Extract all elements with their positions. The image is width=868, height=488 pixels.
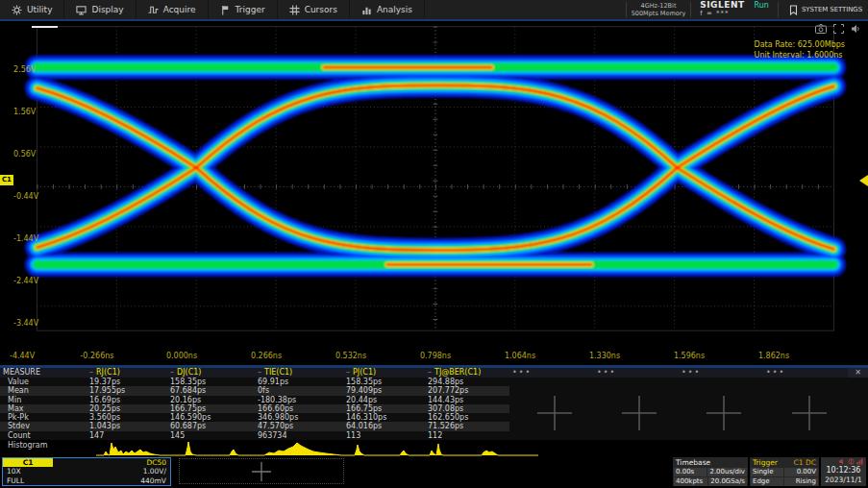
- close-measure-icon[interactable]: ✕: [848, 368, 868, 378]
- menu-cursors[interactable]: Cursors: [278, 0, 350, 19]
- trigger-mode: Single: [751, 468, 783, 476]
- menu-utility[interactable]: Utility: [0, 0, 64, 19]
- menu-acquire[interactable]: Acquire: [136, 0, 209, 19]
- x-axis-label: -0.266ns: [70, 352, 124, 360]
- measure-empty-slot[interactable]: •••: [679, 368, 763, 378]
- status-bar: C1 DC50 10X 1.00V/ FULL 440mV Timebase 0…: [0, 456, 868, 488]
- histogram-trace: [0, 440, 868, 456]
- frequency-readout: f = ***: [700, 10, 769, 18]
- trigger-level: 0.00V: [784, 468, 818, 476]
- flag-icon: [220, 5, 231, 15]
- cursors-icon: [289, 5, 300, 15]
- measure-empty-slot[interactable]: •••: [763, 368, 848, 378]
- y-axis-label: 2.56V: [13, 65, 52, 74]
- oscilloscope-screen: Utility Display Acquire Trigger Cursors …: [0, 0, 868, 488]
- system-settings-label: SYSTEM SETTINGS: [802, 6, 862, 13]
- measure-panel: MEASURE –RJ(C1) –DJ(C1) –TIE(C1) –PJ(C1)…: [0, 368, 868, 440]
- x-axis-label: 0.532ns: [324, 352, 378, 360]
- measure-row-value: Value 19.37ps158.35ps 69.91ps158.35ps 29…: [0, 378, 868, 386]
- channel1-ground-marker[interactable]: C1: [0, 175, 13, 185]
- x-axis-label: 0.266ns: [239, 352, 293, 360]
- usb-icon: [848, 458, 855, 465]
- menu-analysis[interactable]: Analysis: [350, 0, 425, 19]
- data-rate-readout: Data Rate: 625.00Mbps: [755, 39, 845, 50]
- measure-title: MEASURE: [0, 368, 87, 378]
- x-axis-label: 1.862ns: [747, 352, 801, 360]
- network-icon: [856, 458, 863, 465]
- menu-cursors-label: Cursors: [305, 5, 337, 14]
- brand-logo: SIGLENT: [700, 1, 744, 10]
- plot-toolbar: [815, 24, 860, 34]
- bookmark-icon: [789, 5, 798, 15]
- channel1-box[interactable]: C1 DC50 10X 1.00V/ FULL 440mV: [2, 457, 171, 486]
- x-axis-label: 1.330ns: [578, 352, 632, 360]
- trigger-level-arrow[interactable]: [859, 175, 868, 186]
- timebase-delay: 0.00s: [674, 468, 707, 476]
- trigger-position-marker[interactable]: [32, 26, 58, 28]
- y-axis-bottom-label: -4.44V: [10, 352, 35, 360]
- divider: [778, 2, 779, 17]
- timebase-sample-rate: 20.0GSa/s: [708, 477, 747, 486]
- y-axis-label: -3.44V: [13, 319, 52, 328]
- y-axis-label: -1.44V: [13, 234, 52, 243]
- add-measurement-icon[interactable]: [707, 396, 741, 430]
- measure-empty-slot[interactable]: •••: [594, 368, 679, 378]
- eye-info-readout: Data Rate: 625.00Mbps Unit Interval: 1.6…: [755, 39, 845, 61]
- measure-column-dj[interactable]: –DJ(C1): [167, 368, 255, 378]
- measure-column-pj[interactable]: –PJ(C1): [343, 368, 425, 378]
- trigger-type: Edge: [751, 477, 783, 486]
- status-icons: [821, 457, 866, 466]
- add-measurement-icon[interactable]: [622, 396, 657, 430]
- divider: [690, 2, 691, 17]
- x-axis-label: 1.064ns: [493, 352, 547, 360]
- menubar: Utility Display Acquire Trigger Cursors …: [0, 0, 868, 21]
- menu-analysis-label: Analysis: [377, 5, 412, 14]
- menubar-right: 4GHz-12Bit 500Mpts Memory SIGLENT Run f …: [621, 0, 868, 19]
- add-channel-slot[interactable]: [179, 458, 344, 484]
- clock-date: 2023/11/1: [821, 476, 866, 485]
- fullscreen-icon[interactable]: [833, 24, 844, 34]
- trigger-slope: Rising: [784, 477, 818, 486]
- measure-column-tie[interactable]: –TIE(C1): [255, 368, 343, 378]
- trigger-box[interactable]: Trigger C1 DC Single 0.00V Edge Rising: [750, 457, 819, 486]
- measure-column-rj[interactable]: –RJ(C1): [87, 368, 167, 378]
- menu-utility-label: Utility: [27, 5, 52, 14]
- y-axis-label: 1.56V: [13, 108, 52, 116]
- x-axis-label: 0.000ns: [155, 352, 209, 360]
- eye-diagram-plot[interactable]: 2.56V 1.56V 0.56V -0.44V -1.44V -2.44V -…: [0, 21, 868, 365]
- channel1-bandwidth: FULL: [7, 476, 24, 485]
- channel1-scale: 1.00V/: [143, 467, 166, 476]
- measure-empty-slot[interactable]: •••: [509, 368, 594, 378]
- run-status[interactable]: Run: [755, 1, 769, 10]
- menu-display[interactable]: Display: [64, 0, 136, 19]
- timebase-scale: 2.00us/div: [707, 468, 747, 476]
- camera-icon[interactable]: [815, 24, 827, 34]
- brand-block: SIGLENT Run f = ***: [696, 1, 773, 18]
- menu-display-label: Display: [91, 5, 123, 14]
- y-axis-label: -2.44V: [13, 277, 52, 285]
- add-measurement-icon[interactable]: [537, 396, 572, 430]
- measure-row-count: Count 147145 963734113 112: [0, 431, 868, 440]
- x-axis-label: 1.596ns: [662, 352, 716, 360]
- y-axis-label: -0.44V: [13, 192, 52, 201]
- trigger-source: C1 DC: [794, 458, 816, 467]
- measure-header-row: MEASURE –RJ(C1) –DJ(C1) –TIE(C1) –PJ(C1)…: [0, 368, 868, 378]
- acquire-icon: [148, 5, 159, 15]
- menu-trigger-label: Trigger: [236, 5, 265, 14]
- device-info: 4GHz-12Bit 500Mpts Memory: [632, 2, 686, 17]
- channel1-offset: 440mV: [140, 476, 166, 485]
- system-settings-button[interactable]: SYSTEM SETTINGS: [783, 5, 868, 15]
- channel1-coupling: DC50: [146, 458, 166, 467]
- timebase-box[interactable]: Timebase 0.00s 2.00us/div 400kpts 20.0GS…: [673, 457, 748, 486]
- device-bandwidth: 4GHz-12Bit: [632, 2, 686, 10]
- measure-row-mean: Mean 17.955ps67.684ps 0fs79.409ps 207.77…: [0, 386, 868, 395]
- y-axis-label: 0.56V: [13, 150, 52, 159]
- speaker-icon[interactable]: [851, 24, 860, 34]
- add-measurement-icon[interactable]: [792, 396, 827, 430]
- histogram-label: Histogram: [8, 441, 48, 450]
- measure-column-tjber[interactable]: –TJ@BER(C1): [425, 368, 509, 378]
- unit-interval-readout: Unit Interval: 1.6000ns: [755, 50, 845, 61]
- divider: [626, 2, 627, 17]
- menu-trigger[interactable]: Trigger: [209, 0, 278, 19]
- datetime-box[interactable]: 10:12:36 2023/11/1: [821, 457, 866, 486]
